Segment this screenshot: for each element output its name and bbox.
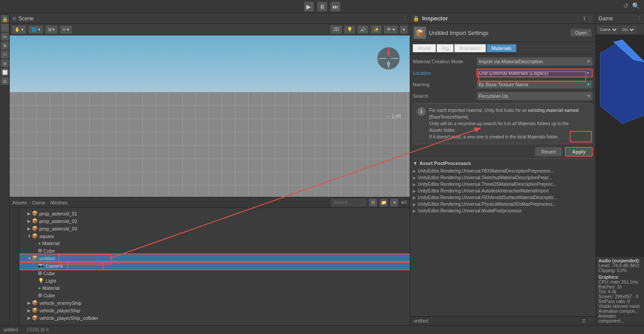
transform-icon[interactable]: ⊞: [1, 77, 9, 85]
tree-item-untitled[interactable]: ▼ 📦 untitled: [19, 254, 410, 262]
inspector-menu-icon[interactable]: ⋮: [587, 15, 593, 22]
proc-item-1[interactable]: ▶ UnityEditor.Rendering.Universal.Sketch…: [413, 174, 593, 181]
rotate-icon[interactable]: ↻: [1, 50, 9, 58]
game-header: Game ⋮: [596, 13, 644, 24]
scene-tool-layers[interactable]: ≡ ▾: [60, 25, 72, 34]
naming-label: Naming: [413, 82, 475, 87]
tree-item-camera[interactable]: ▶ 📷 Camera: [19, 262, 410, 269]
scale-icon[interactable]: ⊕: [1, 59, 9, 67]
tree-item-untitled-cube2[interactable]: ▶ ⊞ Cube: [19, 292, 410, 299]
tree-item-light[interactable]: ▶ 💡 Light: [19, 277, 410, 284]
svg-marker-20: [600, 40, 644, 124]
expand-icon[interactable]: ⊞: [369, 199, 377, 207]
star-icon[interactable]: ★: [390, 199, 398, 207]
scene-tool-grid[interactable]: ⊞ ▾: [45, 25, 58, 34]
inspector-title-bar: 📦 Untitled Import Settings Open: [410, 24, 595, 42]
svg-text:Y: Y: [387, 50, 390, 54]
inspector-status-bar: untitled ☰ ⋮: [410, 316, 595, 325]
scene-tool-visibility[interactable]: 👁 ▾: [384, 25, 398, 34]
tree-item-untitled-cube1[interactable]: ▶ ⊞ Cube: [19, 269, 410, 277]
info-icon: ℹ: [417, 107, 426, 116]
naming-dropdown[interactable]: By Base Texture Name ▼: [476, 80, 593, 89]
tree-item-square[interactable]: ▼ 📦 square: [19, 232, 410, 240]
folder-icon[interactable]: 📁: [380, 199, 388, 207]
inspector-header: 🔒 Inspector ℹ ⋮: [410, 13, 595, 24]
lock-icon[interactable]: 🔒: [1, 15, 9, 23]
tree-item-square-material[interactable]: ▶ ● Material: [19, 240, 410, 247]
top-bar: ▶ ⏸ ⏭ ↺ 🔍: [0, 0, 644, 13]
processors-list: ▶ UnityEditor.Rendering.Universal.FBXMat…: [413, 168, 593, 214]
scene-tool-hand[interactable]: ✋ ▾: [11, 25, 27, 34]
breadcrumb-meshes[interactable]: Meshes: [50, 200, 68, 205]
apply-button[interactable]: Apply: [565, 147, 593, 157]
main-row: 🔒 ⋮ 👁 ✥ ↻ ⊕ ⬜ ⊞ ⊞ Scene ⋮ ✋ ▾ 🌐 ▾ ⊞ ▾ ≡ …: [0, 13, 644, 325]
compass-widget: Y -Y X -X: [377, 46, 401, 71]
btn-row: Revert Apply: [413, 147, 593, 157]
proc-item-0[interactable]: ▶ UnityEditor.Rendering.Universal.FBXMat…: [413, 168, 593, 174]
inspector-lock-icon[interactable]: 🔒: [413, 15, 419, 22]
tab-materials[interactable]: Materials: [487, 44, 516, 52]
tab-animation[interactable]: Animation: [454, 44, 486, 52]
material-creation-mode-row: Material Creation Mode Import via Materi…: [413, 57, 593, 66]
search-dropdown[interactable]: Recursive-Up ▼: [476, 92, 593, 100]
tree-item-prop-asteroid-01[interactable]: ▶ 📦 prop_asteroid_01: [19, 210, 410, 217]
scene-viewport[interactable]: ← Left Y -Y X -X: [10, 35, 410, 197]
scene-main: ⊞ Scene ⋮ ✋ ▾ 🌐 ▾ ⊞ ▾ ≡ ▾ 2D 💡 🔊 ✨ 👁 ▾ ▾: [10, 13, 410, 325]
eye-icon[interactable]: 👁: [1, 33, 9, 41]
search-row: Search Recursive-Up ▼: [413, 92, 593, 100]
proc-item-2[interactable]: ▶ UnityEditor.Rendering.Universal.ThreeD…: [413, 181, 593, 188]
asset-postprocessors-arrow[interactable]: ▼: [413, 161, 418, 166]
proc-item-4[interactable]: ▶ UnityEditor.Rendering.Universal.FBXArn…: [413, 194, 593, 201]
tree-item-vehicle-enemy[interactable]: ▶ 📦 vehicle_enemyShip: [19, 299, 410, 307]
rect-icon[interactable]: ⬜: [1, 68, 9, 76]
tab-rig[interactable]: Rig: [437, 44, 454, 52]
insp-status-icon2[interactable]: ⋮: [587, 319, 592, 323]
assets-toolbar: Assets › Game › Meshes ⊞ 📁 ★ ⊕6: [10, 197, 410, 208]
game-header-menu[interactable]: ⋮: [637, 16, 641, 21]
game-dropdown-2[interactable]: Dis: [620, 26, 636, 33]
tree-item-untitled-material[interactable]: ▶ ● Material: [19, 284, 410, 292]
scene-tool-more[interactable]: ▾: [400, 25, 408, 34]
breadcrumb: Assets › Game › Meshes: [12, 200, 68, 205]
scene-tool-fx[interactable]: ✨: [370, 25, 382, 34]
search-assets-input[interactable]: [331, 199, 366, 206]
breadcrumb-game[interactable]: Game: [32, 200, 46, 205]
scene-tool-light[interactable]: 💡: [344, 25, 355, 34]
proc-item-5[interactable]: ▶ UnityEditor.Rendering.Universal.Physic…: [413, 201, 593, 207]
location-dropdown[interactable]: Use External Materials (Legacy) ▼: [476, 69, 593, 77]
scene-tool-2d[interactable]: 2D: [330, 25, 342, 34]
tab-model[interactable]: Model: [413, 44, 436, 52]
breadcrumb-assets[interactable]: Assets: [12, 200, 27, 205]
assets-content: ▶ 📦 prop_asteroid_01 ▶ 📦 prop_asteroid_0…: [10, 208, 410, 325]
tree-item-vehicle-player[interactable]: ▶ 📦 vehicle_playerShip: [19, 307, 410, 314]
material-creation-mode-dropdown[interactable]: Import via MaterialDescription ▼: [476, 57, 593, 66]
revert-button[interactable]: Revert: [535, 147, 562, 157]
inspector-info-icon[interactable]: ℹ: [583, 15, 586, 22]
tree-item-prop-asteroid-02[interactable]: ▶ 📦 prop_asteroid_02: [19, 217, 410, 225]
step-button[interactable]: ⏭: [331, 2, 340, 12]
scene-title-label: Scene: [19, 15, 34, 22]
open-button[interactable]: Open: [570, 29, 592, 37]
move-icon[interactable]: ✥: [1, 42, 9, 50]
animation-label: Animation compon...: [598, 309, 641, 314]
play-button[interactable]: ▶: [304, 2, 314, 12]
tree-item-prop-asteroid-03[interactable]: ▶ 📦 prop_asteroid_03: [19, 225, 410, 232]
scene-tool-globe[interactable]: 🌐 ▾: [28, 25, 43, 34]
scene-grid-icon: ⊞: [12, 16, 16, 21]
scene-header-menu[interactable]: ⋮: [403, 16, 407, 21]
proc-item-6[interactable]: ▶ UnityEditor.Rendering.Universal.ModelP…: [413, 207, 593, 214]
proc-item-3[interactable]: ▶ UnityEditor.Rendering.Universal.Autode…: [413, 188, 593, 194]
setpass-label: SetPass calls: 8: [598, 299, 641, 304]
game-dropdown-1[interactable]: Game: [598, 26, 618, 33]
graphics-label: Graphics:: [598, 275, 641, 280]
insp-status-icon1[interactable]: ☰: [582, 319, 586, 323]
screen-label: Screen: 299x897 - 3: [598, 294, 641, 299]
menu-icon[interactable]: ⋮: [1, 24, 9, 32]
bottom-section: Assets › Game › Meshes ⊞ 📁 ★ ⊕6: [10, 197, 410, 325]
pause-button[interactable]: ⏸: [317, 2, 327, 12]
history-icon: ↺: [623, 2, 629, 9]
tree-item-square-cube[interactable]: ▶ ⊞ Cube: [19, 247, 410, 254]
scene-tool-audio[interactable]: 🔊: [357, 25, 369, 34]
asset-postprocessors-title: Asset PostProcessors: [419, 161, 471, 166]
tree-item-vehicle-player-collider[interactable]: ▶ 📦 vehicle_playerShip_collider: [19, 314, 410, 322]
